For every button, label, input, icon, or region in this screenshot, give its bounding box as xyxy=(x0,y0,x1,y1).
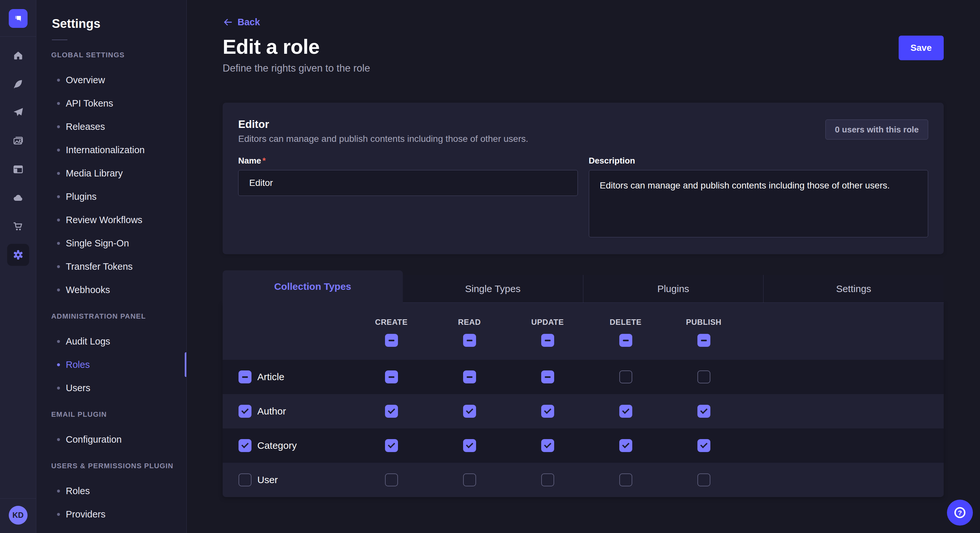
users-count-badge[interactable]: 0 users with this role xyxy=(826,119,928,140)
column-label: CREATE xyxy=(375,318,408,327)
avatar[interactable]: KD xyxy=(9,506,27,525)
permission-cell xyxy=(430,405,509,418)
sidebar-item-providers[interactable]: Providers xyxy=(36,503,186,526)
sidebar-item-media-library[interactable]: Media Library xyxy=(36,162,186,185)
page-subtitle: Define the rights given to the role xyxy=(223,62,944,74)
select-all-update-indeterminate[interactable] xyxy=(541,334,554,347)
divider xyxy=(0,498,36,499)
sidebar-item-plugins[interactable]: Plugins xyxy=(36,185,186,208)
divider xyxy=(0,36,36,36)
strapi-logo-icon xyxy=(12,13,24,24)
author-read-checked[interactable] xyxy=(463,405,476,418)
row-label: Author xyxy=(257,406,286,417)
row-category-checked[interactable] xyxy=(239,439,251,452)
permission-cell xyxy=(352,473,430,486)
permission-cell xyxy=(352,439,430,452)
row-user-unchecked[interactable] xyxy=(239,473,251,486)
category-update-checked[interactable] xyxy=(541,439,554,452)
table-row-user: User xyxy=(223,463,944,497)
permission-cell xyxy=(587,473,665,486)
paper-plane-icon[interactable] xyxy=(7,102,29,124)
category-publish-checked[interactable] xyxy=(697,439,710,452)
article-delete-unchecked[interactable] xyxy=(619,370,632,383)
home-icon[interactable] xyxy=(7,44,29,67)
sidebar-item-label: Single Sign-On xyxy=(66,238,129,249)
sidebar-item-roles[interactable]: Roles xyxy=(36,479,186,503)
user-read-unchecked[interactable] xyxy=(463,473,476,486)
tab-collection-types[interactable]: Collection Types xyxy=(223,270,403,303)
bullet-icon xyxy=(57,513,60,516)
permission-cell xyxy=(430,439,509,452)
gear-icon[interactable] xyxy=(7,244,29,266)
permission-cell xyxy=(352,405,430,418)
help-button[interactable]: ? xyxy=(947,500,973,525)
column-label: PUBLISH xyxy=(686,318,722,327)
sidebar-item-single-sign-on[interactable]: Single Sign-On xyxy=(36,232,186,255)
user-create-unchecked[interactable] xyxy=(385,473,398,486)
user-publish-unchecked[interactable] xyxy=(697,473,710,486)
cloud-icon[interactable] xyxy=(7,187,29,209)
select-all-read-indeterminate[interactable] xyxy=(463,334,476,347)
select-all-create-indeterminate[interactable] xyxy=(385,334,398,347)
sidebar-item-label: Review Workflows xyxy=(66,215,142,225)
tab-plugins[interactable]: Plugins xyxy=(583,275,764,303)
author-create-checked[interactable] xyxy=(385,405,398,418)
row-author-checked[interactable] xyxy=(239,405,251,418)
row-article-indeterminate[interactable] xyxy=(239,370,251,383)
sidebar-item-overview[interactable]: Overview xyxy=(36,68,186,92)
description-input[interactable]: Editors can manage and publish contents … xyxy=(589,170,929,237)
sidebar-item-transfer-tokens[interactable]: Transfer Tokens xyxy=(36,255,186,278)
article-publish-unchecked[interactable] xyxy=(697,370,710,383)
tab-settings[interactable]: Settings xyxy=(763,275,944,303)
sidebar-item-api-tokens[interactable]: API Tokens xyxy=(36,92,186,115)
permission-cell xyxy=(587,370,665,383)
sidebar-item-webhooks[interactable]: Webhooks xyxy=(36,278,186,301)
user-update-unchecked[interactable] xyxy=(541,473,554,486)
sidebar-item-configuration[interactable]: Configuration xyxy=(36,428,186,451)
select-all-delete-indeterminate[interactable] xyxy=(619,334,632,347)
sidebar-item-internationalization[interactable]: Internationalization xyxy=(36,138,186,162)
nav-section-header: GLOBAL SETTINGS xyxy=(51,51,186,60)
nav-section-users-permissions-plugin: USERS & PERMISSIONS PLUGINRolesProviders xyxy=(36,462,186,526)
column-label: DELETE xyxy=(609,318,641,327)
user-delete-unchecked[interactable] xyxy=(619,473,632,486)
bullet-icon xyxy=(57,172,60,175)
category-create-checked[interactable] xyxy=(385,439,398,452)
author-publish-checked[interactable] xyxy=(697,405,710,418)
cart-icon[interactable] xyxy=(7,215,29,237)
author-update-checked[interactable] xyxy=(541,405,554,418)
permission-cell xyxy=(509,473,587,486)
sidebar-item-review-workflows[interactable]: Review Workflows xyxy=(36,208,186,232)
tab-single-types[interactable]: Single Types xyxy=(403,275,583,303)
article-read-indeterminate[interactable] xyxy=(463,370,476,383)
name-field: Name* xyxy=(238,156,578,239)
column-header-publish: PUBLISH xyxy=(665,303,743,360)
sidebar-item-audit-logs[interactable]: Audit Logs xyxy=(36,330,186,353)
subnav-title: Settings xyxy=(52,16,186,31)
article-create-indeterminate[interactable] xyxy=(385,370,398,383)
column-label: READ xyxy=(458,318,480,327)
bullet-icon xyxy=(57,289,60,292)
feather-icon[interactable] xyxy=(7,73,29,95)
sidebar-item-users[interactable]: Users xyxy=(36,376,186,400)
svg-text:?: ? xyxy=(958,509,962,517)
author-delete-checked[interactable] xyxy=(619,405,632,418)
tab-label: Plugins xyxy=(657,283,689,294)
back-link[interactable]: Back xyxy=(223,17,260,27)
name-input[interactable] xyxy=(238,170,578,196)
select-all-publish-indeterminate[interactable] xyxy=(697,334,710,347)
sidebar-item-roles[interactable]: Roles xyxy=(36,353,186,376)
strapi-logo[interactable] xyxy=(9,9,27,28)
nav-section-header: EMAIL PLUGIN xyxy=(51,410,186,419)
article-update-indeterminate[interactable] xyxy=(541,370,554,383)
save-button[interactable]: Save xyxy=(899,36,944,60)
permission-cell xyxy=(509,370,587,383)
sidebar-item-label: Releases xyxy=(66,121,105,132)
bullet-icon xyxy=(57,242,60,245)
role-fields: Name* Description Editors can manage and… xyxy=(238,156,928,239)
category-read-checked[interactable] xyxy=(463,439,476,452)
media-library-icon[interactable] xyxy=(7,130,29,152)
layout-icon[interactable] xyxy=(7,159,29,180)
category-delete-checked[interactable] xyxy=(619,439,632,452)
sidebar-item-releases[interactable]: Releases xyxy=(36,115,186,138)
